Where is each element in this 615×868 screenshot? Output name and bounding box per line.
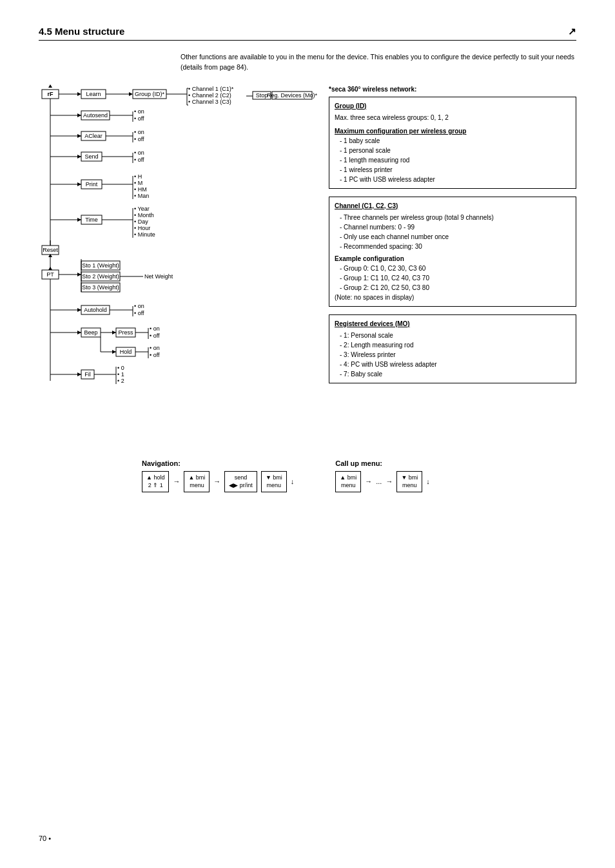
reg-devices-label: Reg. Devices (Mo)*: [267, 92, 318, 99]
navigation-section: Navigation: ▲ hold 2 ⇑ 1 → ▲ bmi menu: [142, 459, 576, 492]
hold-label: Hold: [120, 349, 132, 355]
example-item: Group 1: C1 10, C2 40, C3 70: [340, 273, 571, 283]
nav-arrow-right2: →: [213, 477, 220, 485]
flowchart-svg: rF Learn Group (ID)* • Channel 1 (C1)*: [39, 84, 316, 445]
channel1-label: • Channel 1 (C1)*: [188, 86, 234, 92]
channel-item: Channel numbers: 0 - 99: [340, 222, 571, 232]
max-config-item: 1 length measuring rod: [340, 155, 571, 165]
group-id-label: Group (ID)*: [135, 91, 165, 97]
bmi-up-line2: menu: [188, 481, 205, 490]
call-up-down-line1: ▼ bmi: [401, 474, 418, 482]
channel3-label: • Channel 3 (C3): [188, 99, 231, 105]
max-config-item: 1 personal scale: [340, 146, 571, 155]
pt-arrow-indicator: [48, 267, 52, 270]
print-M: • M: [134, 180, 142, 186]
hold-on: • on: [150, 345, 160, 351]
sto1-label: Sto 1 (Weight): [82, 262, 119, 269]
channel-item: Only use each channel number once: [340, 232, 571, 242]
registered-item: 3: Wireless printer: [340, 350, 571, 360]
learn-to-groupid-arrow: [129, 92, 133, 96]
max-config-item: 1 PC with USB wireless adapter: [340, 175, 571, 184]
beep-to-hold-arrow: [112, 350, 116, 354]
call-up-up-line1: ▲ bmi: [340, 474, 356, 482]
call-up-down-btn[interactable]: ▼ bmi menu: [396, 471, 422, 492]
net-weight-label: Net Weight: [144, 273, 173, 280]
call-up-arrow3: ↓: [426, 477, 430, 485]
beep-label: Beep: [84, 329, 97, 336]
aclear-off: • off: [134, 136, 144, 142]
registered-item: 4: PC with USB wireless adapter: [340, 360, 571, 369]
navigation-label-wrapper: Navigation: ▲ hold 2 ⇑ 1 → ▲ bmi menu: [142, 459, 294, 492]
channel-item: Three channels per wireless group (total…: [340, 213, 571, 222]
to-time-arrow: [77, 218, 81, 222]
call-up-ellipsis: ...: [376, 477, 382, 485]
hold-btn[interactable]: ▲ hold 2 ⇑ 1: [142, 471, 169, 492]
section-corner-mark: ↗: [568, 26, 576, 37]
bmi-down-line2: menu: [266, 481, 282, 490]
to-aclear-arrow: [77, 134, 81, 138]
to-autohold-arrow: [77, 308, 81, 312]
max-config-list: 1 baby scale 1 personal scale 1 length m…: [335, 136, 571, 184]
example-item: Group 2: C1 20, C2 50, C3 80: [340, 283, 571, 293]
page: 4.5 Menu structure ↗ Other functions are…: [0, 0, 615, 868]
example-title: Example configuration: [335, 254, 571, 264]
nav-arrow-down: ↓: [291, 477, 295, 485]
to-fil-arrow: [77, 372, 81, 376]
send-label: Send: [84, 153, 98, 160]
print-HM: • HM: [134, 186, 147, 193]
sto2-label: Sto 2 (Weight): [82, 273, 119, 280]
registered-section: Registered devices (MO) 1: Personal scal…: [329, 314, 576, 383]
hold-off: • off: [150, 352, 160, 358]
page-number: 70 •: [39, 834, 51, 842]
to-autosend-arrow: [77, 113, 81, 117]
print-H: • H: [134, 173, 142, 180]
group-id-title: Group (ID): [335, 101, 571, 111]
group-id-section: Group (ID) Max. three seca wireless grou…: [329, 97, 576, 189]
autosend-label: Autosend: [83, 112, 108, 119]
fil-label: Fil: [84, 371, 91, 378]
send-print-btn[interactable]: send ◀▶ pr/int: [224, 471, 257, 492]
hold-btn-line2: 2 ⇑ 1: [146, 481, 164, 490]
pt-to-sto-arrow: [77, 273, 81, 276]
bmi-up-btn[interactable]: ▲ bmi menu: [184, 471, 210, 492]
to-beep-arrow: [77, 331, 81, 334]
registered-title: Registered devices (MO): [335, 319, 571, 329]
call-up-label: Call up menu:: [335, 459, 430, 467]
autosend-on: • on: [134, 108, 144, 115]
fil-0: • 0: [117, 365, 124, 371]
diagram-area: rF Learn Group (ID)* • Channel 1 (C1)*: [39, 84, 576, 447]
max-config-title: Maximum configuration per wireless group: [335, 126, 571, 136]
print-label: Print: [86, 181, 98, 188]
call-up-up-btn[interactable]: ▲ bmi menu: [335, 471, 361, 492]
group-id-content: Max. three seca wireless groups: 0, 1, 2: [335, 113, 571, 122]
flowchart: rF Learn Group (ID)* • Channel 1 (C1)*: [39, 84, 316, 447]
aclear-on: • on: [134, 129, 144, 135]
send-on: • on: [134, 149, 144, 156]
bmi-down-btn[interactable]: ▼ bmi menu: [261, 471, 287, 492]
intro-text: Other functions are available to you in …: [181, 52, 576, 73]
pt-label: PT: [46, 271, 54, 278]
registered-list: 1: Personal scale 2: Length measuring ro…: [335, 331, 571, 379]
sto3-label: Sto 3 (Weight): [82, 284, 119, 291]
press-off: • off: [150, 333, 160, 339]
send-btn-line1: send: [229, 474, 253, 482]
channel-title: Channel (C1, C2, C3): [335, 201, 571, 211]
send-off: • off: [134, 157, 144, 163]
call-up-up-line2: menu: [340, 481, 356, 490]
max-config-item: 1 wireless printer: [340, 165, 571, 175]
channel2-label: • Channel 2 (C2): [188, 92, 231, 99]
rf-label: rF: [48, 91, 54, 97]
section-title: 4.5 Menu structure ↗: [39, 26, 576, 41]
section-title-text: 4.5 Menu structure: [39, 26, 124, 37]
rf-up-arrow: [48, 84, 52, 88]
time-year: • Year: [134, 206, 150, 212]
stop-label: Stop: [256, 92, 268, 99]
registered-item: 1: Personal scale: [340, 331, 571, 340]
call-up-menu-section: Call up menu: ▲ bmi menu → ... → ▼ bmi m…: [335, 459, 430, 492]
info-panel: *seca 360° wireless network: Group (ID) …: [329, 84, 576, 391]
press-on: • on: [150, 325, 160, 332]
channel-list: Three channels per wireless group (total…: [335, 213, 571, 251]
time-month: • Month: [134, 212, 154, 218]
registered-item: 2: Length measuring rod: [340, 340, 571, 350]
time-label: Time: [85, 217, 98, 223]
